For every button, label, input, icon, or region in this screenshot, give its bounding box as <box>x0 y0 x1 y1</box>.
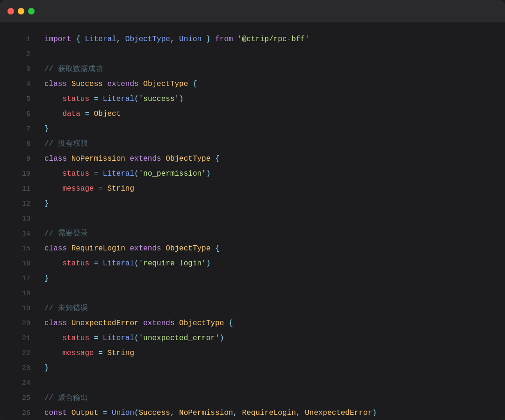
token-plain <box>89 110 94 118</box>
token-plain <box>202 35 206 43</box>
token-class-name: UnexpectedError <box>72 319 139 327</box>
token-kw-extends: extends <box>130 155 161 163</box>
token-punct: ( <box>134 334 139 342</box>
token-class-name: Output <box>72 409 99 417</box>
token-type-name: String <box>107 349 134 357</box>
line-content: class UnexpectedError extends ObjectType… <box>44 316 233 331</box>
token-plain <box>44 95 62 103</box>
token-plain <box>161 244 166 253</box>
line-number: 6 <box>14 107 30 122</box>
code-line: 12} <box>0 196 505 211</box>
token-plain <box>233 35 238 43</box>
token-prop-name: data <box>62 110 80 118</box>
maximize-button[interactable] <box>28 8 35 14</box>
line-number: 8 <box>14 137 30 152</box>
line-content: } <box>44 196 49 211</box>
token-comment: // 没有权限 <box>44 140 88 148</box>
line-number: 9 <box>14 152 30 167</box>
code-line: 26const Output = Union(Success, NoPermis… <box>0 406 505 420</box>
line-content: // 聚合输出 <box>44 391 88 406</box>
token-equals: = <box>85 110 89 118</box>
minimize-button[interactable] <box>18 8 24 14</box>
line-number: 11 <box>14 182 30 197</box>
token-equals: = <box>94 170 99 178</box>
code-line: 14// 需要登录 <box>0 226 505 241</box>
token-type-name: String <box>107 185 134 193</box>
code-line: 6 data = Object <box>0 107 505 121</box>
code-editor[interactable]: 1import { Literal, ObjectType, Union } f… <box>0 22 505 420</box>
code-line: 4class Success extends ObjectType { <box>0 77 505 92</box>
titlebar <box>0 0 505 22</box>
token-object-type: ObjectType <box>179 319 224 327</box>
token-plain <box>174 319 179 327</box>
token-plain <box>89 334 94 342</box>
line-number: 12 <box>14 197 30 212</box>
token-plain <box>98 95 103 103</box>
token-punct: ( <box>134 259 139 268</box>
code-line: 2 <box>0 47 505 62</box>
token-equals: = <box>94 334 99 342</box>
token-equals: = <box>103 409 108 417</box>
token-brace: } <box>206 35 211 43</box>
token-class-name: NoPermission <box>179 409 233 417</box>
code-line: 9class NoPermission extends ObjectType { <box>0 151 505 166</box>
token-plain <box>139 80 144 88</box>
token-literal-fn: Literal <box>103 170 134 178</box>
token-equals: = <box>94 259 99 268</box>
token-plain: , <box>116 35 125 43</box>
token-plain <box>210 244 215 253</box>
token-plain <box>98 170 103 178</box>
token-punct: ) <box>372 409 377 417</box>
code-line: 13 <box>0 211 505 226</box>
line-content: // 需要登录 <box>44 226 88 241</box>
line-number: 26 <box>14 406 30 420</box>
token-plain <box>67 244 72 253</box>
line-number: 3 <box>14 62 30 77</box>
token-plain: , <box>170 35 179 43</box>
token-equals: = <box>98 185 103 193</box>
token-union-fn: Union <box>112 409 134 417</box>
token-plain <box>67 155 72 163</box>
token-plain <box>44 259 62 268</box>
line-content: // 获取数据成功 <box>44 62 103 77</box>
token-prop-name: status <box>62 334 89 342</box>
line-content: message = String <box>44 181 134 196</box>
line-number: 21 <box>14 331 30 346</box>
token-brace: { <box>215 244 220 253</box>
token-literal-fn: Literal <box>103 259 134 268</box>
token-plain <box>44 334 62 342</box>
token-equals: = <box>94 95 99 103</box>
token-string: 'unexpected_error' <box>139 334 220 342</box>
token-plain <box>188 80 193 88</box>
token-plain <box>94 185 99 193</box>
code-line: 5 status = Literal('success') <box>0 92 505 107</box>
close-button[interactable] <box>7 8 14 14</box>
token-plain <box>210 35 215 43</box>
token-punct: ( <box>134 170 139 178</box>
token-brace: { <box>229 319 233 327</box>
token-plain <box>80 110 85 118</box>
token-punct: ( <box>134 409 139 417</box>
line-content: } <box>44 361 49 376</box>
token-literal-fn: Literal <box>103 334 134 342</box>
token-comment: // 需要登录 <box>44 229 88 238</box>
token-punct: ) <box>179 95 184 103</box>
code-line: 25// 聚合输出 <box>0 391 505 406</box>
token-punct: ) <box>206 170 211 178</box>
token-prop-name: status <box>62 259 89 268</box>
line-content: } <box>44 121 49 136</box>
token-kw-extends: extends <box>130 244 161 253</box>
line-content <box>44 211 49 226</box>
line-number: 20 <box>14 316 30 331</box>
token-kw-class: class <box>44 244 67 253</box>
token-plain <box>89 170 94 178</box>
line-content: message = String <box>44 346 134 361</box>
line-number: 18 <box>14 286 30 301</box>
line-number: 15 <box>14 242 30 256</box>
code-line: 16 status = Literal('require_login') <box>0 256 505 271</box>
line-content: class NoPermission extends ObjectType { <box>44 151 220 166</box>
line-content <box>44 47 49 62</box>
line-number: 14 <box>14 227 30 242</box>
code-line: 3// 获取数据成功 <box>0 62 505 77</box>
token-prop-name: message <box>62 349 94 357</box>
